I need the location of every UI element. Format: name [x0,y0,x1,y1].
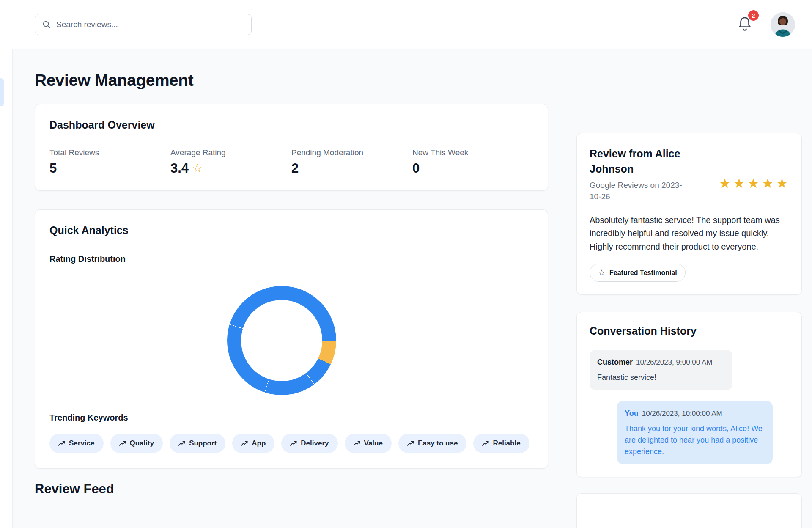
message-timestamp: 10/26/2023, 9:00:00 AM [636,357,713,368]
keyword-label: Reliable [493,439,520,448]
stat-value: 2 [291,161,412,176]
avatar-image [771,12,795,37]
search-box[interactable] [35,14,252,35]
review-feed-heading: Review Feed [35,481,548,497]
stat-average-rating: Average Rating3.4☆ [170,148,291,176]
review-body: Absolutely fantastic service! The suppor… [590,214,789,254]
keyword-label: Value [364,439,383,448]
messages-list: Customer10/26/2023, 9:00:00 AMFantastic … [590,350,789,464]
conversation-history-title: Conversation History [590,325,789,337]
quick-analytics-title: Quick Analytics [49,224,533,236]
stat-label: New This Week [412,148,533,157]
message-text: Thank you for your kind words, Alice! We… [625,423,765,457]
keyword-chip-support[interactable]: Support [170,434,225,453]
page-title: Review Management [35,71,802,90]
trending-up-icon [407,441,414,446]
customer-message-bubble: Customer10/26/2023, 9:00:00 AMFantastic … [590,350,732,390]
rating-distribution-chart[interactable] [227,286,336,395]
top-header: 2 [0,0,812,49]
trending-up-icon [482,441,489,446]
user-avatar[interactable] [771,12,795,37]
stat-value: 3.4☆ [170,161,291,176]
trending-up-icon [178,441,185,446]
rating-distribution-label: Rating Distribution [49,254,533,264]
sidebar-active-item-fragment[interactable] [0,78,4,106]
overview-stats-row: Total Reviews5Average Rating3.4☆Pending … [49,148,533,176]
star-outline-icon: ☆ [598,268,605,278]
own-message-bubble: You10/26/2023, 10:00:00 AMThank you for … [617,401,773,464]
review-source: Google Reviews on 2023-10-26 [590,179,687,203]
notifications-button[interactable]: 2 [737,15,754,34]
trending-up-icon [290,441,297,446]
sidebar-edge [0,0,13,528]
keyword-chip-quality[interactable]: Quality [110,434,163,453]
stat-label: Total Reviews [49,148,170,157]
keyword-label: App [252,439,266,448]
stat-label: Pending Moderation [291,148,412,157]
trending-keywords-label: Trending Keywords [49,413,533,423]
trending-up-icon [354,441,360,446]
message-text: Fantastic service! [597,372,725,383]
keyword-chip-reliable[interactable]: Reliable [473,434,529,453]
keyword-label: Support [189,439,217,448]
keyword-chip-value[interactable]: Value [345,434,392,453]
search-icon [42,20,51,29]
star-outline-icon: ☆ [192,162,203,174]
stat-pending-moderation: Pending Moderation2 [291,148,412,176]
trending-up-icon [241,441,248,446]
quick-analytics-card: Quick Analytics Rating Distribution Tren… [35,209,548,469]
keyword-label: Quality [130,439,154,448]
keyword-chip-delivery[interactable]: Delivery [281,434,337,453]
keyword-label: Delivery [301,439,329,448]
featured-testimonial-badge[interactable]: ☆ Featured Testimonial [590,264,686,282]
next-card-partial [576,493,802,528]
review-title: Review from Alice Johnson [590,146,708,177]
trending-keywords-row: ServiceQualitySupportAppDeliveryValueEas… [49,434,533,453]
dashboard-overview-title: Dashboard Overview [49,119,533,131]
message-author: You [625,408,639,419]
message-timestamp: 10/26/2023, 10:00:00 AM [642,408,722,419]
search-input[interactable] [56,20,244,29]
keyword-label: Easy to use [418,439,458,448]
trending-up-icon [119,441,126,446]
dashboard-overview-card: Dashboard Overview Total Reviews5Average… [35,104,548,191]
featured-review-card: Review from Alice Johnson Google Reviews… [576,133,802,295]
stat-total-reviews: Total Reviews5 [49,148,170,176]
doughnut-chart [227,286,336,395]
stat-value: 5 [49,161,170,176]
keyword-chip-app[interactable]: App [232,434,274,453]
notification-count-badge: 2 [748,10,759,21]
message-author: Customer [597,357,633,368]
stat-new-this-week: New This Week0 [412,148,533,176]
keyword-chip-easy-to-use[interactable]: Easy to use [398,434,467,453]
star-rating: ★★★★★ [719,176,790,191]
keyword-label: Service [69,439,95,448]
trending-up-icon [58,441,65,446]
stat-value: 0 [412,161,533,176]
featured-badge-label: Featured Testimonial [609,269,677,277]
keyword-chip-service[interactable]: Service [49,434,104,453]
stat-label: Average Rating [170,148,291,157]
conversation-history-card: Conversation History Customer10/26/2023,… [576,312,802,477]
